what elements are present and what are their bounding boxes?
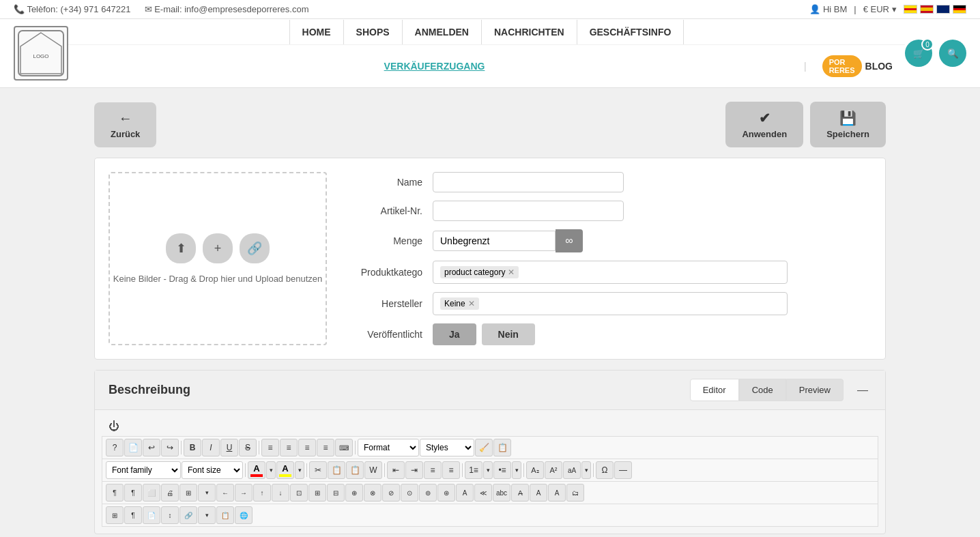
format-btn-5[interactable]: ⊞ (179, 484, 197, 502)
flag-catalan[interactable] (904, 5, 917, 14)
format-btn-3[interactable]: ⬜ (143, 484, 160, 502)
underline-button[interactable]: U (220, 439, 238, 456)
italic-button[interactable]: I (202, 439, 220, 456)
copy-button[interactable]: 📋 (328, 461, 345, 479)
save-button[interactable]: 💾 Speichern (810, 102, 886, 147)
text-color-arrow[interactable]: ▾ (266, 461, 276, 479)
help-button[interactable]: ? (106, 439, 124, 456)
extra-btn-3[interactable]: 📄 (143, 506, 160, 524)
extra-btn-5b[interactable]: ▾ (198, 506, 216, 524)
subscript-button[interactable]: A₂ (526, 461, 544, 479)
align-center-button[interactable]: ≡ (280, 439, 298, 456)
format-btn-11[interactable]: ⊞ (308, 484, 326, 502)
extra-btn-5[interactable]: 🔗 (179, 506, 197, 524)
bg-color-button[interactable]: A (276, 461, 294, 479)
format-btn-19[interactable]: A (456, 484, 474, 502)
hr-button[interactable]: — (614, 461, 632, 479)
undo-button[interactable]: ↩ (143, 439, 160, 456)
flag-english[interactable] (936, 5, 950, 14)
format-btn-4[interactable]: 🖨 (161, 484, 179, 502)
tag-remove-hersteller[interactable]: ✕ (468, 299, 475, 308)
menge-input[interactable]: Unbegrenzt (433, 231, 556, 251)
format-btn-9[interactable]: ↓ (272, 484, 289, 502)
redo-button[interactable]: ↪ (161, 439, 179, 456)
format-btn-7[interactable]: → (235, 484, 253, 502)
text-color-button[interactable]: A (248, 461, 265, 479)
format-btn-2[interactable]: ¶ (124, 484, 142, 502)
extra-btn-6[interactable]: 📋 (216, 506, 234, 524)
upload-add-button[interactable]: + (203, 233, 233, 263)
nav-geschäftsinfo[interactable]: GESCHÄFTSINFO (577, 20, 684, 44)
ordered-list-button[interactable]: 1≡ (465, 461, 482, 479)
format-select[interactable]: Format (358, 439, 419, 456)
unordered-list-button[interactable]: •≡ (493, 461, 511, 479)
format-btn-23[interactable]: A (530, 484, 547, 502)
format-btn-22[interactable]: A̶ (511, 484, 529, 502)
infinity-button[interactable]: ∞ (556, 229, 583, 252)
align-right-button[interactable]: ≡ (298, 439, 316, 456)
nav-shops[interactable]: SHOPS (344, 20, 403, 44)
format-btn-21[interactable]: abc (493, 484, 510, 502)
nav-nachrichten[interactable]: NACHRICHTEN (482, 20, 577, 44)
extra-btn-2[interactable]: ¶ (124, 506, 142, 524)
upload-link-button[interactable]: 🔗 (240, 233, 270, 263)
format-btn-20[interactable]: ≪ (474, 484, 492, 502)
format-btn-8[interactable]: ↑ (253, 484, 271, 502)
align-justify-button[interactable]: ≡ (317, 439, 334, 456)
format-btn-24[interactable]: A (548, 484, 566, 502)
indent-right-button[interactable]: ⇥ (405, 461, 423, 479)
small-text-arrow[interactable]: ▾ (581, 461, 591, 479)
name-input[interactable] (433, 172, 624, 192)
extra-btn-7[interactable]: 🌐 (235, 506, 253, 524)
special-char-button[interactable]: Ω (596, 461, 614, 479)
nav-blog-link[interactable]: PORRERES BLOG (810, 48, 905, 84)
bg-color-arrow[interactable]: ▾ (295, 461, 304, 479)
format-btn-13[interactable]: ⊕ (345, 484, 363, 502)
indent-left-button[interactable]: ⇤ (387, 461, 405, 479)
nav-home[interactable]: HOME (289, 20, 344, 44)
produktkategorie-input[interactable]: product category ✕ (433, 261, 788, 284)
format-btn-1[interactable]: ¶ (106, 484, 124, 502)
format-btn-16[interactable]: ⊙ (401, 484, 418, 502)
paste-word-button[interactable]: W (364, 461, 382, 479)
format-btn-15[interactable]: ⊘ (382, 484, 400, 502)
code-button[interactable]: ⌨ (335, 439, 353, 456)
cart-button[interactable]: 🛒 0 (905, 40, 932, 67)
tab-code[interactable]: Code (739, 379, 786, 401)
small-text-button[interactable]: aA (563, 461, 581, 479)
minimize-button[interactable]: — (854, 384, 871, 396)
artikel-input[interactable] (433, 201, 624, 221)
nav-verkauferzugang[interactable]: VERKÄUFERZUGANG (68, 55, 801, 77)
nein-button[interactable]: Nein (482, 323, 535, 345)
format-btn-17[interactable]: ⊚ (419, 484, 437, 502)
align-left-button[interactable]: ≡ (261, 439, 279, 456)
extra-btn-4[interactable]: ↕ (161, 506, 179, 524)
font-family-select[interactable]: Font family (106, 461, 181, 479)
unordered-list-arrow[interactable]: ▾ (512, 461, 521, 479)
ordered-list-arrow[interactable]: ▾ (483, 461, 493, 479)
flag-german[interactable] (953, 5, 966, 14)
flag-spanish[interactable] (920, 5, 934, 14)
tab-preview[interactable]: Preview (786, 379, 844, 401)
tab-editor[interactable]: Editor (690, 379, 739, 401)
align-extra2-button[interactable]: ≡ (442, 461, 460, 479)
search-button[interactable]: 🔍 (939, 40, 966, 67)
format-btn-5b[interactable]: ▾ (198, 484, 216, 502)
font-size-select[interactable]: Font size (182, 461, 243, 479)
nav-anmelden[interactable]: ANMELDEN (403, 20, 482, 44)
power-button[interactable]: ⏻ (109, 420, 119, 433)
bold-button[interactable]: B (184, 439, 201, 456)
styles-select[interactable]: Styles (420, 439, 474, 456)
upload-file-button[interactable]: ⬆ (166, 233, 196, 263)
new-document-button[interactable]: 📄 (124, 439, 142, 456)
paste-button[interactable]: 📋 (493, 439, 511, 456)
format-btn-12[interactable]: ⊟ (327, 484, 345, 502)
format-btn-18[interactable]: ⊛ (437, 484, 455, 502)
ja-button[interactable]: Ja (433, 323, 476, 345)
format-btn-14[interactable]: ⊗ (364, 484, 381, 502)
back-button[interactable]: ← Zurück (94, 102, 156, 147)
currency-select[interactable]: € EUR ▾ (863, 4, 897, 14)
paste-text-button[interactable]: 📋 (346, 461, 364, 479)
strikethrough-button[interactable]: S (239, 439, 257, 456)
align-extra-button[interactable]: ≡ (424, 461, 442, 479)
